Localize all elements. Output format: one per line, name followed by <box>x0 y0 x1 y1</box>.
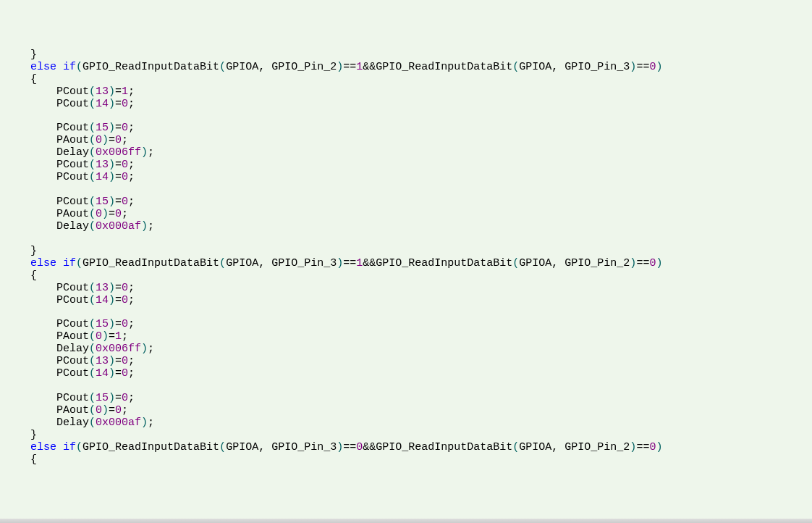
code-line: PCout(13)=0; <box>4 159 808 172</box>
code-editor-viewport[interactable]: } else if(GPIO_ReadInputDataBit(GPIOA, G… <box>0 49 812 523</box>
code-line: } <box>4 430 808 442</box>
code-line: { <box>4 74 808 86</box>
code-line: PCout(14)=0; <box>4 368 808 380</box>
code-line: else if(GPIO_ReadInputDataBit(GPIOA, GPI… <box>4 62 808 74</box>
code-line: Delay(0x000af); <box>4 417 808 430</box>
code-line: PCout(15)=0; <box>4 196 808 209</box>
code-line: PCout(14)=0; <box>4 295 808 307</box>
keyword-if: if <box>63 257 76 269</box>
code-line: PCout(14)=0; <box>4 172 808 184</box>
keyword-if: if <box>63 441 76 453</box>
code-line: } <box>4 49 808 62</box>
code-line: { <box>4 454 808 466</box>
keyword-else: else <box>30 441 56 453</box>
code-line <box>4 184 808 196</box>
code-line: PCout(13)=0; <box>4 283 808 295</box>
code-line: PCout(13)=1; <box>4 86 808 99</box>
code-line: PCout(13)=0; <box>4 356 808 368</box>
code-line: else if(GPIO_ReadInputDataBit(GPIOA, GPI… <box>4 258 808 270</box>
scrollbar-horizontal[interactable] <box>0 519 812 523</box>
code-line: PCout(15)=0; <box>4 319 808 331</box>
keyword-if: if <box>63 61 76 73</box>
code-line: PAout(0)=1; <box>4 331 808 343</box>
code-line: PAout(0)=0; <box>4 405 808 417</box>
code-line: PAout(0)=0; <box>4 135 808 147</box>
keyword-else: else <box>30 257 56 269</box>
code-line: Delay(0x000af); <box>4 221 808 233</box>
code-line: } <box>4 246 808 258</box>
code-line <box>4 233 808 246</box>
keyword-else: else <box>30 61 56 73</box>
code-line: else if(GPIO_ReadInputDataBit(GPIOA, GPI… <box>4 442 808 454</box>
code-line <box>4 110 808 122</box>
code-line: Delay(0x006ff); <box>4 147 808 159</box>
code-line: PCout(14)=0; <box>4 99 808 111</box>
code-line <box>4 380 808 393</box>
code-line <box>4 306 808 319</box>
code-line: Delay(0x006ff); <box>4 343 808 356</box>
code-line: PCout(15)=0; <box>4 393 808 405</box>
code-line: PCout(15)=0; <box>4 122 808 135</box>
code-line: { <box>4 270 808 283</box>
code-line: PAout(0)=0; <box>4 209 808 221</box>
